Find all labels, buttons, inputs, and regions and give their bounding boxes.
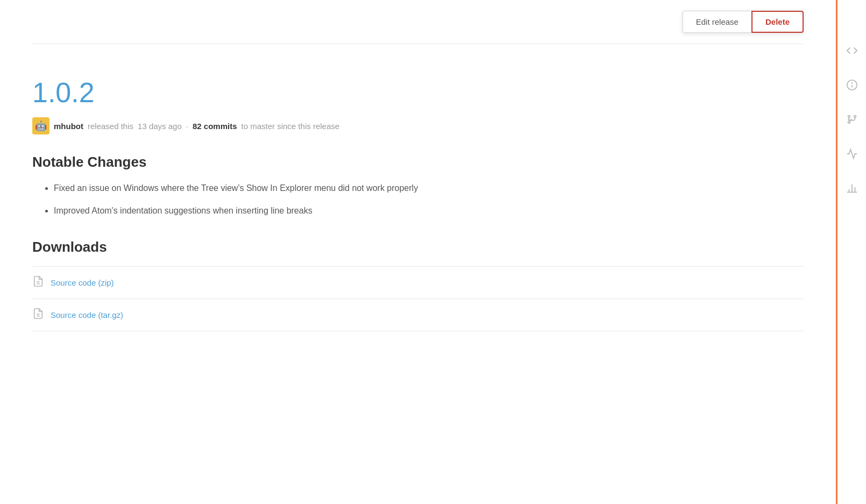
changes-list: Fixed an issue on Windows where the Tree… <box>32 181 804 217</box>
downloads-heading: Downloads <box>32 239 804 255</box>
svg-point-7 <box>848 122 850 124</box>
right-sidebar <box>836 0 866 504</box>
download-zip-link[interactable]: Source code (zip) <box>51 278 114 287</box>
commits-suffix: to master since this release <box>242 122 340 131</box>
release-meta: 🤖 mhubot released this 13 days ago · 82 … <box>32 117 804 134</box>
pull-request-icon[interactable] <box>844 112 860 127</box>
time-ago: 13 days ago <box>138 122 182 131</box>
svg-point-9 <box>854 116 856 118</box>
code-icon[interactable] <box>844 43 860 58</box>
list-item: Improved Atom's indentation suggestions … <box>54 204 804 218</box>
download-targz-link[interactable]: Source code (tar.gz) <box>51 310 123 320</box>
download-zip: Source code (zip) <box>32 266 804 299</box>
separator: · <box>186 122 188 131</box>
avatar: 🤖 <box>32 117 49 134</box>
commits-count[interactable]: 82 commits <box>193 122 237 131</box>
download-targz: Source code (tar.gz) <box>32 299 804 331</box>
file-icon-2 <box>32 308 44 322</box>
released-text: released this <box>88 122 133 131</box>
pulse-icon[interactable] <box>844 146 860 161</box>
graph-icon[interactable] <box>844 181 860 196</box>
release-version: 1.0.2 <box>32 76 804 109</box>
svg-point-8 <box>848 116 850 118</box>
delete-button[interactable]: Delete <box>751 11 804 33</box>
info-icon[interactable] <box>844 77 860 93</box>
release-username[interactable]: mhubot <box>54 122 83 131</box>
downloads-section: Downloads Source code (zip) <box>32 239 804 331</box>
notable-changes-heading: Notable Changes <box>32 154 804 171</box>
list-item: Fixed an issue on Windows where the Tree… <box>54 181 804 195</box>
file-icon <box>32 275 44 290</box>
edit-release-button[interactable]: Edit release <box>683 11 751 33</box>
